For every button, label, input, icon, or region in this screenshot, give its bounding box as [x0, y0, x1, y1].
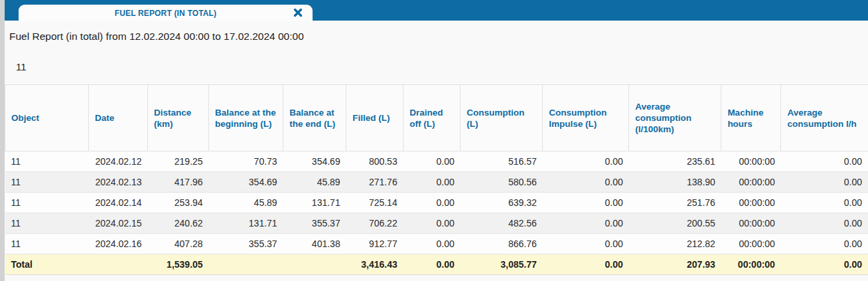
- cell: 2024.02.14: [89, 193, 148, 213]
- total-row: Total1,539.053,416.430.003,085.770.00207…: [5, 254, 868, 275]
- cell: 355.37: [209, 234, 283, 254]
- cell: 866.76: [461, 234, 543, 254]
- cell: 70.73: [209, 151, 283, 172]
- cell: 45.89: [283, 172, 346, 193]
- cell: 219.25: [148, 151, 209, 172]
- table-header: ObjectDateDistance (km)Balance at the be…: [5, 85, 868, 151]
- cell: 235.61: [629, 151, 721, 172]
- cell: 131.71: [209, 213, 283, 234]
- cell: 354.69: [209, 172, 283, 193]
- cell: 240.62: [148, 213, 209, 234]
- cell: 0.00: [403, 193, 461, 213]
- cell: 0.00: [543, 151, 629, 172]
- report-title: Fuel Report (in total) from 12.02.2024 0…: [9, 30, 868, 43]
- cell: 516.57: [461, 151, 543, 172]
- cell: 401.38: [283, 234, 346, 254]
- cell: 2024.02.12: [89, 151, 148, 172]
- cell: 0.00: [403, 213, 461, 234]
- cell: 2024.02.15: [89, 213, 148, 234]
- cell: 725.14: [346, 193, 403, 213]
- cell: 00:00:00: [721, 213, 781, 234]
- cell: 212.82: [629, 234, 721, 254]
- cell: 0.00: [781, 254, 868, 275]
- cell: 0.00: [543, 234, 629, 254]
- cell: 0.00: [403, 234, 461, 254]
- column-header: Balance at the beginning (L): [209, 85, 283, 151]
- cell: 355.37: [283, 213, 346, 234]
- table-row: 112024.02.16407.28355.37401.38912.770.00…: [5, 234, 868, 254]
- cell: 0.00: [543, 254, 629, 275]
- cell: 0.00: [781, 234, 868, 254]
- cell: 706.22: [346, 213, 403, 234]
- cell: 800.53: [346, 151, 403, 172]
- column-header: Balance at the end (L): [283, 85, 346, 151]
- cell: 0.00: [781, 172, 868, 193]
- close-icon[interactable]: [293, 7, 303, 18]
- column-header: Machine hours: [721, 85, 781, 151]
- cell: 354.69: [283, 151, 346, 172]
- cell: 407.28: [148, 234, 209, 254]
- cell: 417.96: [148, 172, 209, 193]
- cell: 00:00:00: [721, 172, 781, 193]
- column-header: Consumption Impulse (L): [543, 85, 629, 151]
- cell: 11: [5, 172, 89, 193]
- cell: 2024.02.16: [89, 234, 148, 254]
- cell: 00:00:00: [721, 254, 781, 275]
- cell: 271.76: [346, 172, 403, 193]
- column-header: Consumption (L): [461, 85, 543, 151]
- column-header: Date: [89, 85, 148, 151]
- cell: 11: [5, 193, 89, 213]
- cell: [209, 254, 283, 275]
- cell: 1,539.05: [148, 254, 209, 275]
- table-row: 112024.02.12219.2570.73354.69800.530.005…: [5, 151, 868, 172]
- cell: 0.00: [781, 151, 868, 172]
- cell: Total: [5, 254, 89, 275]
- report-object-name: 11: [16, 61, 868, 73]
- cell: 253.94: [148, 193, 209, 213]
- cell: 482.56: [461, 213, 543, 234]
- cell: 11: [5, 151, 89, 172]
- cell: 3,085.77: [461, 254, 543, 275]
- cell: 0.00: [403, 151, 461, 172]
- table-row: 112024.02.13417.96354.6945.89271.760.005…: [5, 172, 868, 193]
- table-row: 112024.02.14253.9445.89131.71725.140.006…: [5, 193, 868, 213]
- cell: [283, 254, 346, 275]
- report-panel: FUEL REPORT (IN TOTAL) Fuel Report (in t…: [5, 0, 868, 281]
- tab-bar: FUEL REPORT (IN TOTAL): [5, 0, 868, 21]
- cell: 912.77: [346, 234, 403, 254]
- cell: 0.00: [543, 213, 629, 234]
- cell: 3,416.43: [346, 254, 403, 275]
- cell: 00:00:00: [721, 151, 781, 172]
- column-header: Average consumption (l/100km): [629, 85, 721, 151]
- cell: 0.00: [543, 172, 629, 193]
- cell: 45.89: [209, 193, 283, 213]
- cell: 0.00: [403, 254, 461, 275]
- cell: 2024.02.13: [89, 172, 148, 193]
- cell: 580.56: [461, 172, 543, 193]
- cell: 0.00: [543, 193, 629, 213]
- cell: 00:00:00: [721, 234, 781, 254]
- cell: 207.93: [629, 254, 721, 275]
- cell: 00:00:00: [721, 193, 781, 213]
- cell: 11: [5, 213, 89, 234]
- cell: [89, 254, 148, 275]
- tab-fuel-report[interactable]: FUEL REPORT (IN TOTAL): [19, 5, 313, 21]
- cell: 0.00: [781, 193, 868, 213]
- cell: 0.00: [781, 213, 868, 234]
- cell: 200.55: [629, 213, 721, 234]
- tab-label: FUEL REPORT (IN TOTAL): [115, 8, 217, 18]
- column-header: Drained off (L): [403, 85, 461, 151]
- column-header: Distance (km): [148, 85, 209, 151]
- fuel-report-table: ObjectDateDistance (km)Balance at the be…: [5, 84, 868, 275]
- cell: 138.90: [629, 172, 721, 193]
- cell: 0.00: [403, 172, 461, 193]
- column-header: Filled (L): [346, 85, 403, 151]
- cell: 131.71: [283, 193, 346, 213]
- cell: 251.76: [629, 193, 721, 213]
- column-header: Object: [5, 85, 89, 151]
- cell: 11: [5, 234, 89, 254]
- table-row: 112024.02.15240.62131.71355.37706.220.00…: [5, 213, 868, 234]
- table-body: 112024.02.12219.2570.73354.69800.530.005…: [5, 151, 868, 275]
- cell: 639.32: [461, 193, 543, 213]
- column-header: Average consumption l/h: [781, 85, 868, 151]
